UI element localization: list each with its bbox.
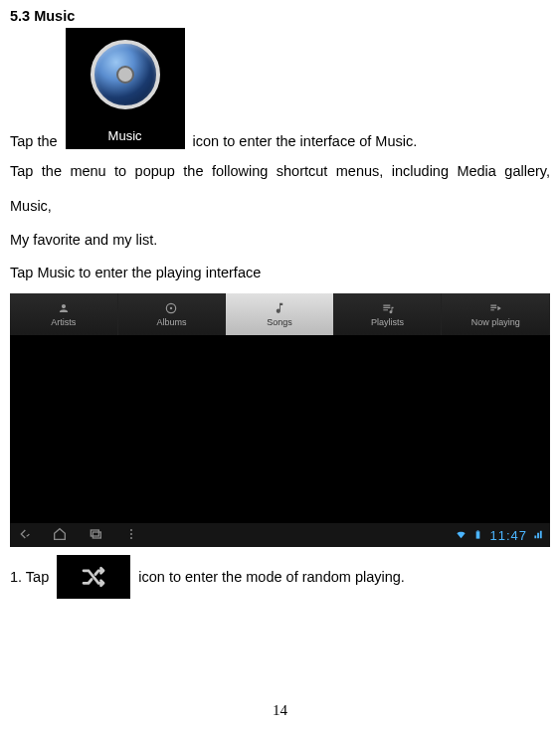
tab-albums[interactable]: Albums — [118, 293, 227, 335]
svg-rect-7 — [476, 532, 480, 539]
svg-rect-2 — [91, 530, 98, 536]
paragraph-tap-shuffle: 1. Tap icon to enter the mode of random … — [10, 555, 550, 599]
text-random-playing: icon to enter the mode of random playing… — [138, 569, 405, 585]
tab-label: Songs — [267, 317, 292, 327]
tab-playlists[interactable]: Playlists — [334, 293, 443, 335]
page-number: 14 — [0, 702, 560, 719]
albums-icon — [164, 301, 178, 315]
songs-icon — [273, 301, 286, 315]
text-icon-enter-music: icon to enter the interface of Music. — [193, 133, 418, 149]
text-1-tap: 1. Tap — [10, 569, 49, 585]
music-player-screenshot: Artists Albums Songs Playlists Now playi… — [10, 293, 550, 547]
signal-icon — [533, 527, 544, 543]
section-heading: 5.3 Music — [10, 8, 550, 24]
paragraph-music: Music, — [10, 190, 550, 223]
music-app-label: Music — [108, 128, 142, 149]
paragraph-tap-music-enter: Tap Music to enter the playing interface — [10, 257, 550, 289]
tab-label: Now playing — [471, 317, 520, 327]
playlists-icon — [381, 301, 395, 315]
paragraph-tap-music-icon: Tap the Music icon to enter the interfac… — [10, 28, 550, 149]
artists-icon — [57, 301, 71, 315]
android-navbar: 11:47 — [10, 523, 550, 547]
menu-icon[interactable] — [123, 526, 139, 545]
status-clock: 11:47 — [489, 528, 527, 543]
svg-point-1 — [170, 307, 172, 309]
tab-label: Artists — [51, 317, 76, 327]
tab-label: Playlists — [371, 317, 404, 327]
shuffle-icon — [79, 562, 108, 592]
svg-rect-8 — [477, 531, 479, 532]
speaker-icon — [91, 40, 160, 109]
tab-artists[interactable]: Artists — [10, 293, 118, 335]
svg-point-4 — [130, 529, 132, 531]
wifi-icon — [456, 527, 467, 543]
tab-now-playing[interactable]: Now playing — [442, 293, 550, 335]
back-icon[interactable] — [16, 526, 32, 545]
battery-icon — [472, 527, 483, 543]
now-playing-icon — [488, 301, 502, 315]
text-tap-the: Tap the — [10, 133, 58, 149]
svg-point-6 — [130, 537, 132, 539]
tab-songs[interactable]: Songs — [226, 293, 334, 335]
shuffle-icon-box — [57, 555, 130, 599]
paragraph-menu-popup: Tap the menu to popup the following shor… — [10, 155, 550, 188]
home-icon[interactable] — [52, 526, 68, 545]
paragraph-favorite-list: My favorite and my list. — [10, 224, 550, 257]
music-app-icon: Music — [66, 28, 185, 149]
recent-apps-icon[interactable] — [88, 526, 103, 545]
svg-point-5 — [130, 533, 132, 535]
svg-rect-3 — [93, 532, 100, 538]
tab-label: Albums — [156, 317, 186, 327]
music-tabs: Artists Albums Songs Playlists Now playi… — [10, 293, 550, 335]
